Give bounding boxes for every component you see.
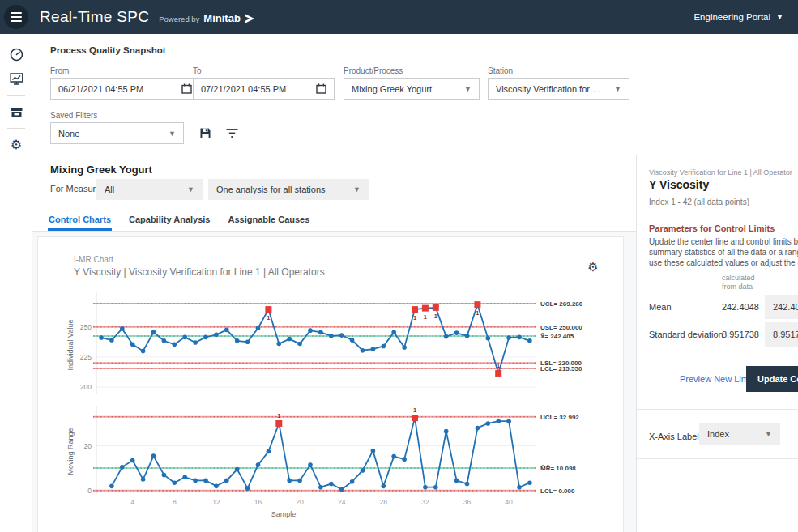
from-date-input[interactable]: 06/21/2021 04:55 PM [50, 78, 200, 100]
sidebar-item-settings[interactable]: ⚙ [0, 133, 32, 157]
calculated-from-data-header: calculated from data [722, 274, 755, 292]
product-process-select[interactable]: Mixing Greek Yogurt ▼ [344, 78, 480, 100]
svg-text:16: 16 [254, 498, 262, 506]
save-icon [199, 127, 211, 139]
menu-button[interactable] [4, 5, 28, 29]
sidebar-item-charts[interactable] [0, 66, 32, 91]
svg-text:24: 24 [338, 498, 346, 506]
for-measure-label: For Measure: [50, 184, 103, 194]
panel-breadcrumb: Viscosity Verification for Line 1 | All … [649, 168, 798, 177]
tab-capability-analysis[interactable]: Capability Analysis [128, 215, 211, 231]
to-date-value: 07/21/2021 04:55 PM [201, 84, 316, 94]
svg-text:1: 1 [497, 362, 500, 369]
gauge-icon [10, 48, 23, 62]
saved-filters-select[interactable]: None ▼ [50, 122, 184, 144]
svg-text:20: 20 [296, 498, 304, 506]
chevron-down-icon: ▼ [464, 85, 472, 93]
individuals-chart[interactable]: 200225250UCL= 269.260USL= 250.000X̄= 242… [66, 291, 620, 406]
sidebar-item-products[interactable] [0, 100, 32, 124]
portal-menu[interactable]: Engineering Portal ▼ [693, 0, 783, 34]
chart-settings-button[interactable]: ⚙ [584, 258, 602, 276]
svg-text:200: 200 [80, 383, 92, 391]
measure-value: All [105, 185, 187, 194]
save-filter-button[interactable] [195, 123, 215, 143]
saved-filters-label: Saved Filters [50, 111, 97, 120]
main-content: Mixing Greek Yogurt For Measure: All ▼ O… [32, 155, 636, 532]
svg-text:Sample: Sample [271, 510, 297, 518]
parameters-description: summary statistics of all the data or a … [649, 248, 798, 257]
svg-text:250: 250 [80, 323, 92, 331]
details-panel: Viscosity Verification for Line 1 | All … [636, 155, 798, 532]
svg-text:32: 32 [421, 498, 429, 506]
sidebar-item-dashboard[interactable] [0, 42, 32, 66]
x-axis-label-caption: X-Axis Label: [649, 432, 702, 441]
filter-options-button[interactable] [222, 123, 241, 143]
gear-icon: ⚙ [587, 260, 598, 274]
std-dev-calculated-value: 8.951738 [722, 330, 759, 339]
saved-filters-value: None [58, 129, 169, 138]
svg-text:LCL= 0.000: LCL= 0.000 [540, 487, 575, 495]
panel-divider [637, 458, 798, 459]
to-date-input[interactable]: 07/21/2021 04:55 PM [193, 78, 335, 100]
app-title: Real-Time SPC [40, 8, 149, 26]
x-axis-label-select[interactable]: Index ▼ [699, 423, 780, 445]
gear-icon: ⚙ [11, 138, 22, 151]
analysis-mode-value: One analysis for all stations [216, 185, 353, 194]
svg-text:28: 28 [380, 498, 388, 506]
sidebar-divider [7, 95, 25, 96]
parameters-description: Update the center line and control limit… [649, 237, 798, 246]
panel-divider [637, 409, 798, 410]
svg-text:1: 1 [267, 314, 270, 321]
station-select[interactable]: Viscosity Verification for ... ▼ [488, 78, 629, 100]
hamburger-icon [11, 12, 22, 14]
std-dev-input[interactable] [765, 322, 798, 347]
svg-text:0: 0 [87, 487, 92, 495]
svg-text:USL= 250.000: USL= 250.000 [540, 324, 582, 331]
svg-text:UCL= 269.260: UCL= 269.260 [540, 300, 583, 308]
minitab-brand: Minitab [203, 12, 241, 24]
from-label: From [50, 66, 69, 75]
app-window: Real-Time SPC Powered by Minitab Enginee… [0, 0, 798, 532]
calendar-icon [181, 83, 192, 94]
chevron-down-icon: ▼ [614, 85, 621, 93]
analysis-mode-select[interactable]: One analysis for all stations ▼ [208, 179, 369, 200]
svg-text:UCL= 32.992: UCL= 32.992 [540, 414, 579, 421]
to-label: To [193, 66, 202, 75]
sidebar-divider [7, 128, 25, 129]
portal-menu-label: Engineering Portal [693, 12, 770, 22]
svg-text:1: 1 [476, 309, 479, 317]
mean-calculated-value: 242.4048 [722, 302, 759, 312]
svg-text:4: 4 [130, 498, 134, 506]
update-control-limits-button[interactable]: Update Control [746, 366, 798, 392]
calendar-icon [316, 83, 326, 94]
tab-control-charts[interactable]: Control Charts [48, 215, 112, 231]
svg-text:Individual Value: Individual Value [66, 320, 75, 371]
measure-select[interactable]: All ▼ [96, 179, 203, 200]
svg-text:1: 1 [424, 313, 427, 321]
svg-text:1: 1 [413, 314, 416, 321]
monitor-chart-icon [10, 72, 23, 86]
svg-text:40: 40 [505, 498, 513, 506]
filter-bar: Process Quality Snapshot From 06/21/2021… [32, 34, 798, 155]
svg-text:M̄R̄= 10.098: M̄R̄= 10.098 [540, 465, 576, 472]
chart-type-label: I-MR Chart [74, 255, 113, 264]
chevron-down-icon: ▼ [776, 13, 783, 21]
chevron-down-icon: ▼ [765, 430, 772, 438]
std-dev-label: Standard deviation [649, 330, 723, 339]
parameters-description: use these calculated values or adjust th… [649, 258, 798, 267]
page-title: Process Quality Snapshot [50, 45, 166, 55]
product-process-label: Product/Process [344, 66, 403, 75]
svg-text:8: 8 [173, 498, 177, 506]
from-date-value: 06/21/2021 04:55 PM [58, 84, 181, 94]
svg-text:X̄= 242.405: X̄= 242.405 [540, 333, 574, 340]
app-header: Real-Time SPC Powered by Minitab Enginee… [0, 0, 798, 34]
tab-assignable-causes[interactable]: Assignable Causes [227, 215, 310, 231]
mean-label: Mean [649, 302, 672, 312]
mean-input[interactable] [765, 295, 798, 319]
product-process-value: Mixing Greek Yogurt [352, 84, 464, 94]
archive-box-icon [10, 105, 23, 119]
tab-bar: Control Charts Capability Analysis Assig… [32, 206, 636, 232]
moving-range-chart[interactable]: 020UCL= 32.992M̄R̄= 10.098LCL= 0.0001148… [66, 402, 620, 526]
svg-text:225: 225 [80, 353, 92, 361]
x-axis-label-value: Index [707, 429, 765, 439]
